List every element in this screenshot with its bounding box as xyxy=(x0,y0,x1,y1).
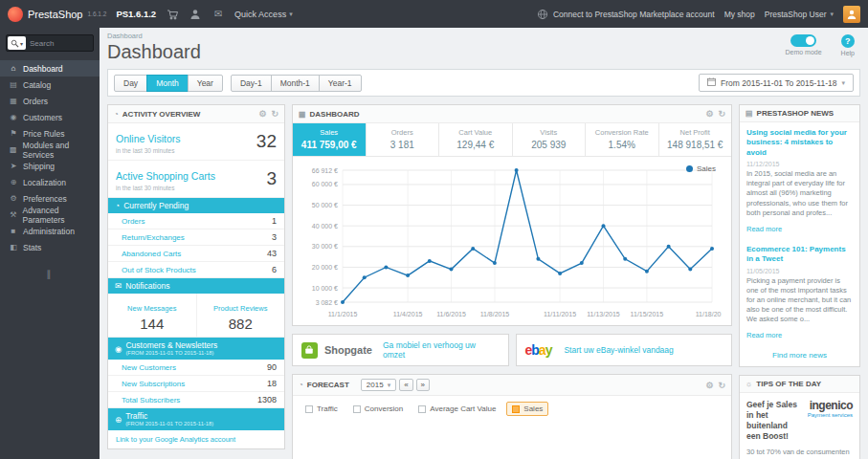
filter-month-1-button[interactable]: Month-1 xyxy=(271,75,320,92)
new-messages-link[interactable]: New Messages xyxy=(127,304,176,313)
cart-icon[interactable] xyxy=(166,8,179,21)
kpi-orders[interactable]: Orders 3 181 xyxy=(367,123,440,156)
google-analytics-link[interactable]: Link to your Google Analytics account xyxy=(116,435,235,444)
sidebar-item-label: Shipping xyxy=(23,162,55,171)
sidebar-item-orders[interactable]: ▦Orders xyxy=(0,93,100,109)
new-customers-link[interactable]: New Customers xyxy=(122,363,176,372)
news-article: Ecommerce 101: Payments in a Tweet 11/05… xyxy=(740,239,859,345)
pending-orders-link[interactable]: Orders xyxy=(122,217,145,226)
help-icon[interactable]: ? xyxy=(841,34,855,48)
demo-mode-toggle[interactable] xyxy=(790,34,816,47)
dashboard-panel: ▦ DASHBOARD ⚙ ↻ Sales 411 759,00 € xyxy=(292,104,732,326)
out-of-stock-link[interactable]: Out of Stock Products xyxy=(122,266,196,274)
sidebar-search[interactable]: ▾ xyxy=(6,34,94,52)
sidebar-item-administration[interactable]: ■Administration xyxy=(0,223,100,239)
active-carts-link[interactable]: Active Shopping Carts xyxy=(116,170,215,182)
sidebar-item-customers[interactable]: ◉Customers xyxy=(0,109,100,125)
sidebar-item-dashboard[interactable]: ⌂Dashboard xyxy=(0,60,100,76)
sidebar-item-label: Customers xyxy=(23,113,62,122)
kpi-label: Visits xyxy=(515,128,584,137)
ebay-link[interactable]: Start uw eBay-winkel vandaag xyxy=(564,345,673,355)
chart-legend[interactable]: Sales xyxy=(686,164,716,173)
prestashop-logo[interactable]: PrestaShop 1.6.1.2 xyxy=(8,7,106,22)
advanced-parameters-icon: ⚒ xyxy=(9,210,18,219)
pending-returns-row: Return/Exchanges 3 xyxy=(108,230,284,246)
avatar[interactable] xyxy=(843,6,860,23)
filter-day-1-button[interactable]: Day-1 xyxy=(231,75,272,92)
user-menu[interactable]: PrestaShop User ▾ xyxy=(765,10,834,19)
kpi-cart-value[interactable]: Cart Value 129,44 € xyxy=(439,123,513,156)
toggle-knob xyxy=(806,36,814,45)
shopgate-module: Shopgate Ga mobiel en verhoog uw omzet xyxy=(292,334,509,366)
sidebar-item-label: Stats xyxy=(23,243,41,252)
kpi-conversion-rate[interactable]: Conversion Rate 1.54% xyxy=(586,123,659,156)
message-icon[interactable]: ✉ xyxy=(211,8,225,21)
gear-icon[interactable]: ⚙ xyxy=(258,109,266,119)
filter-day-button[interactable]: Day xyxy=(114,75,147,92)
gear-icon[interactable]: ⚙ xyxy=(705,109,713,119)
new-messages-cell[interactable]: New Messages 144 xyxy=(108,294,196,337)
sidebar-item-preferences[interactable]: ⚙Preferences xyxy=(0,190,100,207)
ingenico-logo[interactable]: ingenico Payment services xyxy=(808,400,853,442)
customer-icon[interactable] xyxy=(189,8,202,21)
out-of-stock-value: 6 xyxy=(272,265,277,274)
news-article-title-link[interactable]: Ecommerce 101: Payments in a Tweet xyxy=(746,245,853,265)
search-input[interactable] xyxy=(26,39,92,48)
checkbox-icon xyxy=(418,405,426,413)
marketplace-link[interactable]: Connect to PrestaShop Marketplace accoun… xyxy=(536,8,715,21)
date-range-picker[interactable]: From 2015-11-01 To 2015-11-18 ▾ xyxy=(699,74,854,92)
previous-year-button[interactable]: « xyxy=(399,379,412,391)
forecast-legend-traffic[interactable]: Traffic xyxy=(300,403,343,415)
new-subscriptions-link[interactable]: New Subscriptions xyxy=(122,380,185,388)
kpi-net-profit[interactable]: Net Profit 148 918,51 € xyxy=(659,123,732,156)
sidebar-item-catalog[interactable]: ▤Catalog xyxy=(0,76,100,93)
forecast-year-select[interactable]: 2015 ▾ xyxy=(361,379,396,391)
section-title: Notifications xyxy=(125,281,169,291)
read-more-link[interactable]: Read more xyxy=(746,225,782,233)
sidebar-item-price-rules[interactable]: ⚑Price Rules xyxy=(0,125,100,142)
sidebar-item-advanced-parameters[interactable]: ⚒Advanced Parameters xyxy=(0,207,100,223)
shopgate-link[interactable]: Ga mobiel en verhoog uw omzet xyxy=(383,340,500,360)
kpi-visits[interactable]: Visits 205 939 xyxy=(513,123,587,156)
sidebar-item-localization[interactable]: ⊕Localization xyxy=(0,174,100,190)
product-reviews-cell[interactable]: Product Reviews 882 xyxy=(196,294,285,337)
find-more-news-link[interactable]: Find more news xyxy=(772,351,827,360)
search-scope-button[interactable]: ▾ xyxy=(8,36,26,50)
sidebar-collapse-button[interactable]: ∥ xyxy=(0,269,100,279)
sidebar-item-modules[interactable]: ▩Modules and Services xyxy=(0,142,100,158)
refresh-icon[interactable]: ↻ xyxy=(718,109,725,119)
shopgate-logo-icon xyxy=(301,342,318,359)
next-year-button[interactable]: » xyxy=(416,379,430,391)
forecast-legend-sales[interactable]: Sales xyxy=(506,402,548,416)
gear-icon[interactable]: ⚙ xyxy=(705,381,713,390)
filter-year-button[interactable]: Year xyxy=(188,75,223,92)
help-label: Help xyxy=(841,50,855,56)
quick-access-menu[interactable]: Quick Access ▾ xyxy=(234,10,293,19)
product-reviews-link[interactable]: Product Reviews xyxy=(213,304,267,313)
pending-orders-value: 1 xyxy=(272,216,277,226)
news-article-title-link[interactable]: Using social media for your business: 4 … xyxy=(746,128,853,158)
prestashop-admin: PrestaShop 1.6.1.2 PS1.6.1.2 ✉ Quick Acc… xyxy=(0,0,868,459)
section-title: Customers & Newsletters xyxy=(125,340,217,350)
total-subscribers-link[interactable]: Total Subscribers xyxy=(122,396,180,404)
kpi-sales[interactable]: Sales 411 759,00 € xyxy=(293,123,367,156)
abandoned-carts-link[interactable]: Abandoned Carts xyxy=(122,250,181,258)
sidebar-item-shipping[interactable]: ➤Shipping xyxy=(0,158,100,174)
checkbox-icon xyxy=(512,405,520,413)
section-title: Currently Pending xyxy=(123,201,189,210)
forecast-legend-conversion[interactable]: Conversion xyxy=(348,403,408,415)
kpi-value: 148 918,51 € xyxy=(661,140,730,150)
forecast-legend-average-cart-value[interactable]: Average Cart Value xyxy=(413,403,501,415)
customers-icon: ◉ xyxy=(9,113,18,121)
my-shop-link[interactable]: My shop xyxy=(724,10,755,19)
filter-month-button[interactable]: Month xyxy=(146,75,189,92)
read-more-link[interactable]: Read more xyxy=(746,331,782,339)
pending-returns-link[interactable]: Return/Exchanges xyxy=(122,233,185,242)
online-visitors-link[interactable]: Online Visitors xyxy=(116,133,181,144)
refresh-icon[interactable]: ↻ xyxy=(271,109,278,119)
panel-title: DASHBOARD xyxy=(310,110,360,119)
tips-panel: ☼ TIPS OF THE DAY Geef je Sales in het b… xyxy=(739,375,860,459)
sidebar-item-stats[interactable]: ◧Stats xyxy=(0,239,100,255)
refresh-icon[interactable]: ↻ xyxy=(718,381,725,390)
filter-year-1-button[interactable]: Year-1 xyxy=(319,75,362,92)
